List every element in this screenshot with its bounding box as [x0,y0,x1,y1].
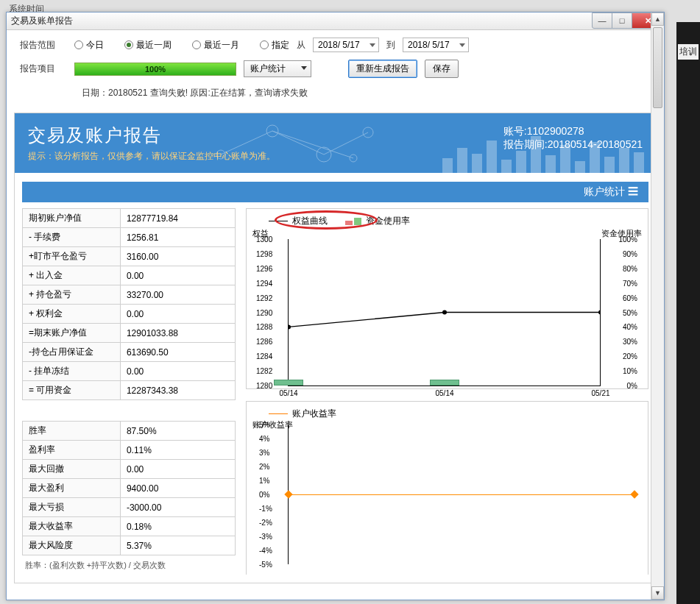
toolbar: 报告范围 今日 最近一周 最近一月 指定 从 [7,30,664,108]
range-radio-month[interactable]: 最近一月 [192,39,239,51]
window-titlebar[interactable]: 交易及账单报告 — □ ✕ [7,13,664,30]
ytick: 1% [259,477,269,485]
svg-line-0 [221,131,272,154]
row-key: 最大亏损 [23,498,121,517]
range-radio-today[interactable]: 今日 [74,39,104,51]
ytick-right: 50% [623,308,637,316]
row-value: 0.00 [120,266,235,285]
vertical-scrollbar[interactable]: ▲ ▼ [651,113,657,583]
window-maximize-button[interactable]: □ [612,13,632,29]
row-key: - 挂单冻结 [23,362,121,381]
ytick: -2% [259,519,272,527]
row-value: 5.37% [120,536,235,555]
legend-equity-line: 权益曲线 [269,215,328,227]
table-row: =期末账户净值12901033.88 [23,324,236,343]
stats-footnote: 胜率：(盈利次数 +持平次数) / 交易次数 [22,555,236,572]
section-bar-account-stats[interactable]: 账户统计 ☰ [22,182,648,202]
radio-icon [192,40,201,49]
legend-label: 资金使用率 [366,215,410,227]
banner-decoration [206,118,412,172]
row-value: -3000.00 [120,498,235,517]
chart1-axes: 1280128212841286128812901292129412961298… [288,239,601,386]
date-to-picker[interactable]: 2018/ 5/17 [403,38,469,52]
radio-label: 指定 [272,39,289,51]
ytick: -3% [259,533,272,541]
ytick-left: 1296 [256,264,272,272]
ytick: -1% [259,505,272,513]
row-value: 0.00 [120,460,235,479]
ytick-right: 90% [623,249,637,257]
ytick-right: 40% [623,323,637,331]
stats-table: 胜率87.50%盈利率0.11%最大回撤0.00最大盈利9400.00最大亏损-… [22,421,236,555]
svg-point-11 [598,310,601,315]
date-from-picker[interactable]: 2018/ 5/17 [313,38,379,52]
ytick: 0% [259,491,269,499]
range-radio-week[interactable]: 最近一周 [124,39,172,51]
row-value: 0.11% [120,441,235,460]
right-dark-panel [676,22,700,604]
row-key: 最大风险度 [23,536,121,555]
report-item-select[interactable]: 账户统计 [244,60,311,77]
row-key: 最大收益率 [23,517,121,536]
item-label: 报告项目 [20,63,67,75]
ytick-right: 60% [623,294,637,302]
banner-account-info: 账号:1102900278 报告期间:20180514-20180521 [503,125,643,152]
ytick: -4% [259,547,272,555]
period-value: 20180514-20180521 [548,138,643,150]
row-value: 12877719.84 [120,209,235,228]
save-button[interactable]: 保存 [425,60,459,78]
row-value: 12287343.38 [120,381,235,400]
table-row: 期初账户净值12877719.84 [23,209,236,228]
legend-label: 账户收益率 [292,408,336,420]
ytick-left: 1286 [256,338,272,346]
table-row: 最大亏损-3000.00 [23,498,236,517]
row-key: + 权利金 [23,305,121,324]
ytick-left: 1284 [256,352,272,360]
ytick-left: 1290 [256,308,272,316]
regenerate-button[interactable]: 重新生成报告 [348,60,417,78]
table-row: 最大收益率0.18% [23,517,236,536]
svg-point-10 [442,310,447,315]
radio-icon [124,40,133,49]
radio-icon [260,40,269,49]
row-key: =期末账户净值 [23,324,121,343]
ytick-left: 1288 [256,323,272,331]
svg-point-9 [289,324,291,329]
svg-line-3 [272,131,353,158]
equity-table: 期初账户净值12877719.84- 手续费1256.81+盯市平仓盈亏3160… [22,208,236,400]
table-row: + 持仓盈亏33270.00 [23,285,236,305]
ytick-right: 0% [627,382,637,390]
return-point [284,490,292,498]
radio-icon [74,40,83,49]
range-radio-custom[interactable]: 指定 [260,39,289,51]
table-row: 盈利率0.11% [23,441,236,460]
legend-line-icon [269,221,288,221]
ytick: 5% [259,421,269,429]
row-key: +盯市平仓盈亏 [23,247,121,266]
row-value: 0.18% [120,517,235,536]
ytick-right: 100% [618,235,637,244]
radio-label: 最近一周 [136,39,172,51]
row-key: + 出入金 [23,266,121,285]
table-row: 最大盈利9400.00 [23,479,236,498]
window-minimize-button[interactable]: — [592,13,612,29]
radio-label: 最近一月 [204,39,239,51]
range-radio-group: 今日 最近一周 最近一月 指定 [74,39,289,51]
legend-usage-bars: 资金使用率 [345,215,410,227]
ytick: 2% [259,463,269,471]
table-row: + 权利金0.00 [23,305,236,324]
radio-label: 今日 [86,39,104,51]
table-row: - 手续费1256.81 [23,228,236,247]
row-key: 胜率 [23,422,121,441]
legend-return-line: 账户收益率 [269,408,336,420]
row-value: 1256.81 [120,228,235,247]
ytick: 3% [259,449,269,457]
table-row: - 挂单冻结0.00 [23,362,236,381]
period-label: 报告期间: [503,138,548,150]
row-value: 3160.00 [120,247,235,266]
equity-line [289,239,601,386]
ytick-left: 1298 [256,249,272,257]
legend-bars-icon [345,218,361,225]
row-value: 33270.00 [120,285,235,305]
table-row: +盯市平仓盈亏3160.00 [23,247,236,266]
